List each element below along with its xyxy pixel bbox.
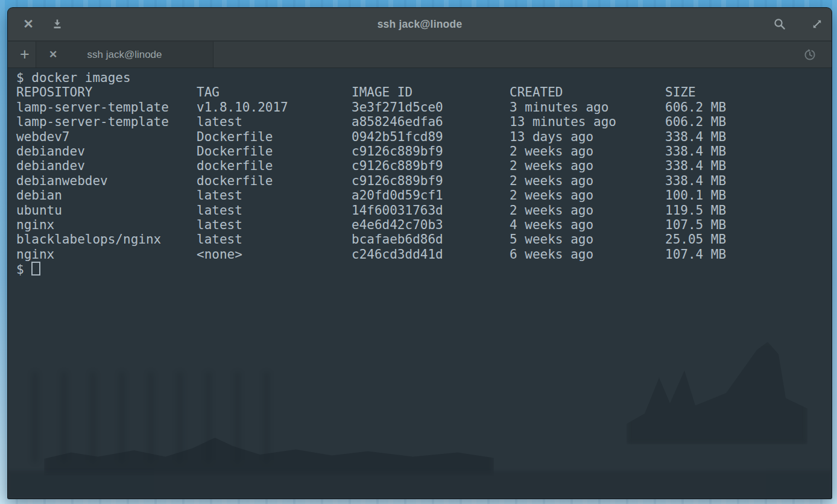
cell-created: 2 weeks ago	[510, 188, 665, 203]
cell-created: 2 weeks ago	[510, 159, 665, 173]
cell-tag: v1.8.10.2017	[197, 100, 352, 115]
cell-image-id: 3e3f271d5ce0	[352, 100, 510, 115]
history-button[interactable]	[797, 42, 823, 68]
cell-created: 2 weeks ago	[510, 203, 665, 218]
cell-repository: lamp-server-template	[16, 115, 197, 129]
cell-created: 6 weeks ago	[510, 247, 665, 262]
cell-image-id: e4e6d42c70b3	[352, 218, 510, 232]
cell-repository: debiandev	[16, 159, 197, 173]
header-repository: REPOSITORY	[16, 85, 197, 99]
cell-repository: debianwebdev	[16, 174, 197, 188]
fullscreen-button[interactable]	[804, 8, 830, 40]
table-row: debianwebdev dockerfile c9126c889bf9 2 w…	[16, 174, 832, 188]
table-row: lamp-server-template latest a858246edfa6…	[16, 115, 832, 129]
search-button[interactable]	[766, 8, 793, 40]
table-row: debiandev Dockerfile c9126c889bf9 2 week…	[16, 144, 832, 159]
cell-repository: ubuntu	[16, 203, 197, 218]
cell-repository: nginx	[16, 218, 197, 232]
cell-repository: debian	[16, 188, 197, 203]
cell-size: 107.4 MB	[665, 247, 832, 262]
cell-size: 25.05 MB	[665, 232, 832, 247]
cell-tag: latest	[197, 203, 352, 218]
cell-image-id: 14f60031763d	[352, 203, 510, 218]
table-header-row: REPOSITORY TAG IMAGE ID CREATED SIZE	[16, 85, 832, 99]
cell-tag: latest	[197, 188, 352, 203]
cell-tag: dockerfile	[197, 174, 352, 188]
prompt-line: $	[16, 262, 832, 277]
cell-image-id: c9126c889bf9	[352, 174, 510, 188]
cell-size: 338.4 MB	[665, 159, 832, 173]
cell-created: 4 weeks ago	[510, 218, 665, 232]
cell-created: 3 minutes ago	[510, 100, 665, 115]
cell-image-id: 0942b51fcd89	[352, 130, 510, 144]
tab-ssh-session[interactable]: ✕ ssh jack@linode	[36, 42, 213, 68]
table-row: nginx <none> c246cd3dd41d 6 weeks ago 10…	[16, 247, 832, 262]
cell-repository: webdev7	[16, 130, 197, 144]
wallpaper-silhouette-ground	[8, 471, 832, 499]
terminal-screen[interactable]: $docker images REPOSITORY TAG IMAGE ID C…	[8, 68, 832, 499]
terminal-window: ✕ ssh jack@linode +	[7, 7, 832, 499]
table-row: ubuntu latest 14f60031763d 2 weeks ago 1…	[16, 203, 832, 218]
header-size: SIZE	[665, 85, 832, 99]
tab-title: ssh jack@linode	[36, 42, 213, 68]
command-text: docker images	[31, 71, 130, 85]
cell-repository: nginx	[16, 247, 197, 262]
cell-size: 338.4 MB	[665, 144, 832, 159]
plus-icon: +	[20, 45, 30, 64]
cell-tag: latest	[197, 115, 352, 129]
cell-repository: debiandev	[16, 144, 197, 159]
table-row: blacklabelops/nginx latest bcafaeb6d86d …	[16, 232, 832, 247]
cell-created: 2 weeks ago	[510, 174, 665, 188]
command-line: $docker images	[16, 71, 832, 85]
cell-size: 606.2 MB	[665, 115, 832, 129]
table-row: debian latest a20fd0d59cf1 2 weeks ago 1…	[16, 188, 832, 203]
wallpaper-silhouette-trees-right	[627, 342, 807, 444]
table-row: nginx latest e4e6d42c70b3 4 weeks ago 10…	[16, 218, 832, 232]
cell-tag: <none>	[197, 247, 352, 262]
history-icon	[803, 48, 817, 62]
wallpaper-silhouette-mountain	[44, 433, 494, 476]
cell-created: 13 days ago	[510, 130, 665, 144]
cell-size: 107.5 MB	[665, 218, 832, 232]
cell-tag: Dockerfile	[197, 130, 352, 144]
cell-size: 338.4 MB	[665, 130, 832, 144]
table-row: webdev7 Dockerfile 0942b51fcd89 13 days …	[16, 130, 832, 144]
cell-image-id: c9126c889bf9	[352, 159, 510, 173]
cell-image-id: c246cd3dd41d	[352, 247, 510, 262]
cell-tag: latest	[197, 218, 352, 232]
tab-bar: + ✕ ssh jack@linode	[8, 40, 832, 68]
cell-repository: blacklabelops/nginx	[16, 232, 197, 247]
fullscreen-icon	[810, 17, 824, 31]
cell-tag: dockerfile	[197, 159, 352, 173]
cell-size: 606.2 MB	[665, 100, 832, 115]
header-created: CREATED	[510, 85, 665, 99]
header-tag: TAG	[197, 85, 352, 99]
cell-tag: latest	[197, 232, 352, 247]
cell-tag: Dockerfile	[197, 144, 352, 159]
search-icon	[773, 17, 786, 31]
wallpaper-silhouette-trees-left	[32, 372, 285, 462]
cell-image-id: a20fd0d59cf1	[352, 188, 510, 203]
terminal-output: $docker images REPOSITORY TAG IMAGE ID C…	[8, 68, 832, 277]
cell-image-id: c9126c889bf9	[352, 144, 510, 159]
cell-image-id: bcafaeb6d86d	[352, 232, 510, 247]
table-row: debiandev dockerfile c9126c889bf9 2 week…	[16, 159, 832, 173]
cell-created: 2 weeks ago	[510, 144, 665, 159]
cell-image-id: a858246edfa6	[352, 115, 510, 129]
cell-created: 13 minutes ago	[510, 115, 665, 129]
titlebar[interactable]: ✕ ssh jack@linode	[8, 8, 832, 40]
prompt: $	[16, 71, 24, 85]
cell-size: 338.4 MB	[665, 174, 832, 188]
table-row: lamp-server-template v1.8.10.2017 3e3f27…	[16, 100, 832, 115]
cell-size: 100.1 MB	[665, 188, 832, 203]
cell-repository: lamp-server-template	[16, 100, 197, 115]
header-image-id: IMAGE ID	[352, 85, 510, 99]
new-tab-button[interactable]: +	[13, 42, 37, 68]
terminal-cursor	[31, 262, 40, 276]
window-title: ssh jack@linode	[8, 8, 832, 40]
prompt: $	[16, 262, 24, 277]
cell-created: 5 weeks ago	[510, 232, 665, 247]
cell-size: 119.5 MB	[665, 203, 832, 218]
